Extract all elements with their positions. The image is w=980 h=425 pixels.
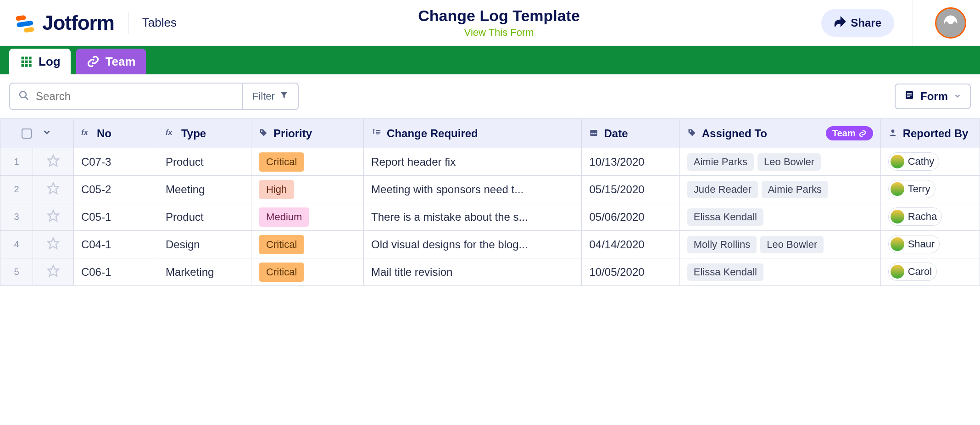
mini-avatar-icon: [891, 237, 904, 251]
cell-no[interactable]: C05-1: [73, 203, 158, 231]
table-row[interactable]: 4C04-1DesignCriticalOld visual designs f…: [0, 231, 980, 258]
search-icon: [18, 90, 29, 103]
data-table: fxNo fxType Priority Change Required Dat…: [0, 118, 980, 286]
svg-point-27: [891, 129, 894, 133]
cell-no[interactable]: C06-1: [73, 258, 158, 286]
search-box[interactable]: [9, 83, 243, 110]
select-all-checkbox[interactable]: [22, 129, 32, 139]
cell-priority[interactable]: Critical: [251, 258, 364, 286]
cell-type[interactable]: Product: [158, 148, 251, 176]
column-header-reported[interactable]: Reported By: [880, 119, 980, 148]
cell-priority[interactable]: Critical: [251, 148, 364, 176]
cell-reported[interactable]: Terry: [880, 176, 980, 203]
view-form-link[interactable]: View This Form: [464, 27, 534, 39]
cell-date[interactable]: 04/14/2020: [582, 231, 679, 258]
cell-priority[interactable]: Critical: [251, 231, 364, 258]
cell-type[interactable]: Meeting: [158, 176, 251, 203]
cell-change[interactable]: Meeting with sponsors need t...: [364, 176, 582, 203]
cell-reported[interactable]: Racha: [880, 203, 980, 231]
tab-log[interactable]: Log: [9, 49, 71, 74]
assigned-chip[interactable]: Aimie Parks: [687, 153, 754, 171]
cell-assigned[interactable]: Molly RollinsLeo Bowler: [679, 231, 880, 258]
section-label[interactable]: Tables: [142, 16, 177, 30]
cell-change[interactable]: Mail title revision: [364, 258, 582, 286]
cell-no[interactable]: C05-2: [73, 176, 158, 203]
priority-pill: Critical: [259, 263, 304, 282]
row-index: 4: [0, 231, 33, 258]
assigned-chip[interactable]: Elissa Kendall: [687, 263, 763, 281]
priority-pill: Critical: [259, 152, 304, 172]
svg-point-20: [261, 130, 262, 132]
table-row[interactable]: 2C05-2MeetingHighMeeting with sponsors n…: [0, 176, 980, 203]
tab-team[interactable]: Team: [76, 49, 146, 74]
cell-date[interactable]: 10/13/2020: [582, 148, 679, 176]
cell-priority[interactable]: High: [251, 176, 364, 203]
assigned-chip[interactable]: Aimie Parks: [762, 181, 828, 198]
cell-priority[interactable]: Medium: [251, 203, 364, 231]
row-index: 3: [0, 203, 33, 231]
svg-rect-23: [591, 133, 593, 134]
cell-type[interactable]: Design: [158, 231, 251, 258]
row-star[interactable]: [33, 148, 74, 176]
svg-rect-9: [22, 64, 24, 67]
row-star[interactable]: [33, 203, 74, 231]
user-avatar[interactable]: [935, 7, 966, 39]
form-view-button[interactable]: Form: [895, 84, 971, 109]
form-view-label: Form: [920, 90, 948, 103]
cell-no[interactable]: C04-1: [73, 231, 158, 258]
chevron-down-icon[interactable]: [42, 127, 52, 140]
svg-rect-25: [596, 133, 597, 134]
cell-date[interactable]: 05/06/2020: [582, 203, 679, 231]
column-header-change[interactable]: Change Required: [364, 119, 582, 148]
column-header-type[interactable]: fxType: [158, 119, 251, 148]
cell-reported[interactable]: Shaur: [880, 231, 980, 258]
cell-type[interactable]: Marketing: [158, 258, 251, 286]
team-badge[interactable]: Team: [826, 126, 873, 140]
cell-assigned[interactable]: Aimie ParksLeo Bowler: [679, 148, 880, 176]
cell-type[interactable]: Product: [158, 203, 251, 231]
app-header: Jotform Tables Change Log Template View …: [0, 0, 980, 46]
cell-no[interactable]: C07-3: [73, 148, 158, 176]
cell-change[interactable]: Old visual designs for the blog...: [364, 231, 582, 258]
column-header-priority[interactable]: Priority: [251, 119, 364, 148]
assigned-chip[interactable]: Molly Rollins: [687, 236, 757, 253]
table-row[interactable]: 5C06-1MarketingCriticalMail title revisi…: [0, 258, 980, 286]
cell-reported[interactable]: Carol: [880, 258, 980, 286]
assigned-chip[interactable]: Leo Bowler: [760, 236, 824, 253]
row-index: 5: [0, 258, 33, 286]
brand-logo[interactable]: Jotform: [14, 11, 114, 34]
row-star[interactable]: [33, 258, 74, 286]
svg-point-26: [690, 130, 691, 132]
text-icon: [371, 127, 381, 140]
filter-button[interactable]: Filter: [243, 83, 299, 110]
cell-date[interactable]: 05/15/2020: [582, 176, 679, 203]
reported-chip: Carol: [888, 263, 937, 281]
person-icon: [888, 127, 897, 140]
table-row[interactable]: 1C07-3ProductCriticalReport header fix10…: [0, 148, 980, 176]
share-button[interactable]: Share: [821, 9, 894, 37]
cell-assigned[interactable]: Elissa Kendall: [679, 203, 880, 231]
star-icon: [47, 157, 60, 169]
cell-change[interactable]: Report header fix: [364, 148, 582, 176]
cell-assigned[interactable]: Elissa Kendall: [679, 258, 880, 286]
reported-chip: Racha: [888, 207, 942, 226]
cell-reported[interactable]: Cathy: [880, 148, 980, 176]
column-header-date[interactable]: Date: [582, 119, 679, 148]
column-header-no[interactable]: fxNo: [73, 119, 158, 148]
share-button-label: Share: [851, 17, 881, 29]
filter-icon: [279, 90, 289, 102]
assigned-chip[interactable]: Leo Bowler: [757, 153, 821, 171]
svg-rect-15: [907, 93, 912, 94]
row-star[interactable]: [33, 176, 74, 203]
select-all-header: [0, 119, 74, 148]
assigned-chip[interactable]: Elissa Kendall: [687, 208, 763, 226]
column-header-assigned[interactable]: Assigned ToTeam: [679, 119, 880, 148]
search-input[interactable]: [36, 90, 234, 103]
assigned-chip[interactable]: Jude Reader: [687, 181, 758, 198]
cell-date[interactable]: 10/05/2020: [582, 258, 679, 286]
cell-assigned[interactable]: Jude ReaderAimie Parks: [679, 176, 880, 203]
row-star[interactable]: [33, 231, 74, 258]
table-row[interactable]: 3C05-1ProductMediumThere is a mistake ab…: [0, 203, 980, 231]
cell-change[interactable]: There is a mistake about the s...: [364, 203, 582, 231]
svg-marker-29: [48, 183, 58, 193]
